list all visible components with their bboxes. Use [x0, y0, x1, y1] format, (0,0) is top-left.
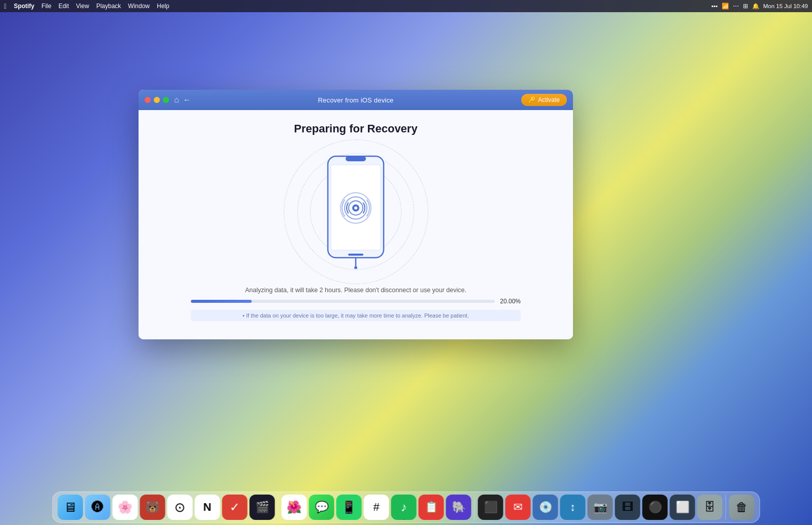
menubar-right: ▪▪▪ 📶 ⋯ ⊞ 🔔 Mon 15 Jul 10:49 — [712, 3, 808, 10]
dock-finder[interactable]: 🖥 — [58, 495, 83, 520]
progress-bar-container — [191, 300, 495, 303]
menubar:  Spotify File Edit View Playback Window… — [0, 0, 812, 12]
dock-imagetool[interactable]: 📷 — [588, 495, 613, 520]
dock-separator-3 — [726, 495, 726, 520]
svg-point-5 — [354, 266, 357, 269]
dock-mastodon[interactable]: 🐘 — [446, 495, 471, 520]
view-menu[interactable]: View — [76, 3, 89, 10]
dock-slack[interactable]: # — [364, 495, 389, 520]
svg-rect-1 — [346, 156, 366, 161]
app-name-menu[interactable]: Spotify — [14, 3, 35, 10]
progress-percent: 20.00% — [500, 298, 521, 305]
dock-photos-app[interactable]: 🌺 — [282, 495, 307, 520]
dock-spotify[interactable]: ♪ — [391, 495, 417, 520]
dock-blackmagic[interactable]: ⚫ — [642, 495, 668, 520]
progress-row: 20.00% — [191, 298, 521, 305]
battery-icon: ▪▪▪ — [712, 3, 718, 9]
dock-chrome[interactable]: ⊙ — [167, 495, 193, 520]
dock-bear[interactable]: 🐻 — [140, 495, 165, 520]
window-title: Recover from iOS device — [318, 96, 393, 104]
close-button[interactable] — [145, 97, 151, 103]
maximize-button[interactable] — [163, 97, 169, 103]
wifi-icon: 📶 — [722, 3, 729, 10]
playback-menu[interactable]: Playback — [96, 3, 121, 10]
edit-menu[interactable]: Edit — [58, 3, 69, 10]
menubar-left:  Spotify File Edit View Playback Window… — [4, 2, 170, 10]
title-bar: ⌂ ← Recover from iOS device 🔑 Activate — [139, 90, 573, 110]
control-center-icon[interactable]: ⋯ — [733, 3, 739, 10]
page-title: Preparing for Recovery — [294, 122, 417, 135]
dock-pasta[interactable]: 📋 — [419, 495, 444, 520]
back-button[interactable]: ← — [183, 95, 191, 104]
dock-airmail[interactable]: ✉ — [505, 495, 531, 520]
display-icon: ⊞ — [743, 3, 748, 10]
progress-label: Analyzing data, it will take 2 hours. Pl… — [191, 287, 521, 294]
apple-menu[interactable]:  — [4, 2, 7, 10]
activate-label: Activate — [538, 96, 560, 103]
phone-illustration — [280, 146, 432, 277]
home-button[interactable]: ⌂ — [174, 95, 179, 104]
dock-notion[interactable]: N — [195, 495, 220, 520]
progress-section: Analyzing data, it will take 2 hours. Pl… — [191, 287, 521, 321]
dock-topnotch[interactable]: ⬛ — [478, 495, 503, 520]
help-menu[interactable]: Help — [157, 3, 170, 10]
window-menu[interactable]: Window — [128, 3, 150, 10]
hint-text: • If the data on your device is too larg… — [191, 310, 521, 321]
dock-transloader[interactable]: ↕ — [560, 495, 586, 520]
dock-balena[interactable]: 💿 — [533, 495, 558, 520]
dock-windowmanager[interactable]: ⬜ — [670, 495, 695, 520]
minimize-button[interactable] — [154, 97, 160, 103]
dock-appstore[interactable]: 🅐 — [85, 495, 111, 520]
notification-icon: 🔔 — [752, 3, 759, 10]
dock-todoist[interactable]: ✓ — [222, 495, 248, 520]
dock-trash[interactable]: 🗑 — [729, 495, 755, 520]
dock-claquette[interactable]: 🎬 — [250, 495, 275, 520]
phone-svg — [323, 152, 389, 269]
dock-running-indicator — [403, 519, 405, 520]
main-content: Preparing for Recovery — [139, 110, 573, 339]
file-menu[interactable]: File — [42, 3, 51, 10]
dock-filmstrip[interactable]: 🎞 — [615, 495, 640, 520]
datetime: Mon 15 Jul 10:49 — [763, 3, 808, 9]
dock: 🖥 🅐 🌸 🐻 ⊙ N ✓ 🎬 🌺 💬 📱 # ♪ — [52, 492, 760, 523]
dock-photos[interactable]: 🌸 — [113, 495, 138, 520]
app-window: ⌂ ← Recover from iOS device 🔑 Activate P… — [139, 90, 573, 339]
dock-finder2[interactable]: 🗄 — [697, 495, 723, 520]
title-bar-nav: ⌂ ← — [174, 95, 191, 104]
dock-separator-1 — [278, 495, 279, 520]
progress-bar-fill — [191, 300, 252, 303]
traffic-lights — [145, 97, 169, 103]
svg-point-10 — [354, 206, 357, 209]
activate-icon: 🔑 — [528, 96, 536, 103]
phone-body — [323, 152, 389, 271]
activate-button[interactable]: 🔑 Activate — [521, 94, 567, 106]
svg-rect-3 — [348, 254, 363, 256]
dock-whatsapp[interactable]: 📱 — [336, 495, 362, 520]
dock-messages[interactable]: 💬 — [309, 495, 334, 520]
dock-separator-2 — [475, 495, 475, 520]
